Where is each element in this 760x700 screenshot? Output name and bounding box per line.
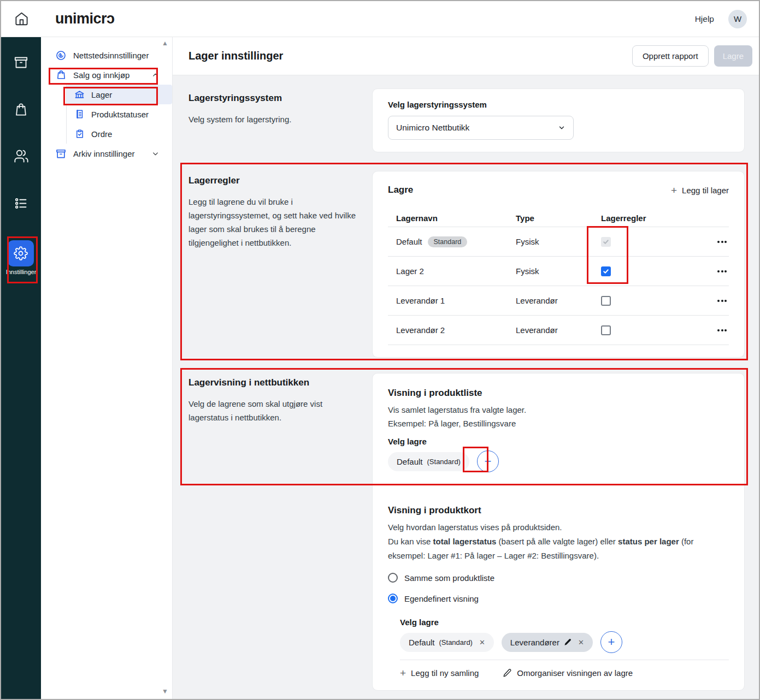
add-lager-circle-button[interactable]: + <box>477 450 499 472</box>
warehouse-icon <box>74 90 85 100</box>
visning-card: Visning i produktliste Vis samlet lagers… <box>372 373 745 691</box>
lagerregler-checkbox[interactable] <box>601 266 611 276</box>
radio-icon <box>388 573 398 583</box>
page-title: Lager innstillinger <box>188 50 283 62</box>
pencil-icon <box>503 668 512 678</box>
produktliste-heading: Visning i produktliste <box>388 388 729 399</box>
table-row: Leverandør 2 Leverandør <box>388 316 729 345</box>
radio-selected-icon <box>388 594 398 603</box>
save-button[interactable]: Lagre <box>714 45 752 67</box>
customers-icon[interactable] <box>10 145 32 167</box>
section-title: Lagerregler <box>188 175 364 186</box>
salg-submenu: Lager Produktstatuser Ordre <box>66 85 172 144</box>
select-label: Velg lagerstyringssystem <box>388 100 729 109</box>
plus-icon: + <box>671 185 677 195</box>
sidebar-item-produktstatuser[interactable]: Produktstatuser <box>67 104 172 124</box>
scroll-up-arrow[interactable]: ▲ <box>162 40 168 46</box>
clipboard-check-icon <box>74 129 85 139</box>
icon-rail: Innstillinger <box>1 37 41 699</box>
system-card: Velg lagerstyringssystem Unimicro Nettbu… <box>372 88 745 152</box>
velg-lagre-label: Velg lagre <box>388 437 729 446</box>
page-header: Lager innstillinger Opprett rapport Lagr… <box>173 37 759 75</box>
main-area: Lager innstillinger Opprett rapport Lagr… <box>173 37 759 699</box>
lagerstyringssystem-select[interactable]: Unimicro Nettbutikk <box>388 116 574 140</box>
row-actions-button[interactable] <box>704 270 729 272</box>
unimicro-logo: unimicrɔ <box>55 10 115 27</box>
home-button[interactable] <box>11 9 32 29</box>
user-avatar[interactable]: W <box>728 10 747 28</box>
lagre-table: Lagernavn Type Lagerregler Default Stand… <box>388 210 729 345</box>
lager-chip: Default (Standard) <box>388 452 469 471</box>
section-title: Lagerstyringssystem <box>188 93 364 104</box>
section-desc: Velg de lagrene som skal utgjøre vist la… <box>188 397 364 424</box>
settings-nav: Innstillinger <box>6 240 37 275</box>
chevron-down-icon <box>152 150 159 157</box>
lists-icon[interactable] <box>10 192 32 214</box>
archive-icon <box>56 149 66 159</box>
section-lagerregler: Lagerregler Legg til lagrene du vil bruk… <box>188 171 745 358</box>
gear-icon <box>14 246 28 260</box>
home-icon <box>14 11 29 26</box>
lagerregler-checkbox <box>601 237 611 247</box>
add-lager-button[interactable]: + Legg til lager <box>671 185 729 195</box>
reorder-lagre-button[interactable]: Omorganiser visningen av lagre <box>503 668 633 678</box>
edit-chip-icon[interactable] <box>564 638 572 646</box>
row-actions-button[interactable] <box>704 241 729 243</box>
section-lagerstyringssystem: Lagerstyringssystem Velg system for lage… <box>188 88 745 152</box>
table-row: Lager 2 Fysisk <box>388 257 729 286</box>
shopping-bag-icon[interactable] <box>10 98 32 120</box>
sidebar-item-salg-og-innkjop[interactable]: Salg og innkjøp <box>41 65 172 85</box>
add-lager-circle-button[interactable]: + <box>600 631 622 653</box>
topbar: unimicrɔ Hjelp W <box>1 1 759 37</box>
velg-lagre-label: Velg lagre <box>400 618 729 627</box>
settings-button[interactable] <box>8 240 34 266</box>
app-window: unimicrɔ Hjelp W Innstillinger ▲ <box>0 0 760 700</box>
create-report-button[interactable]: Opprett rapport <box>632 45 709 67</box>
section-title: Lagervisning i nettbutikken <box>188 377 364 388</box>
sidebar-item-ordre[interactable]: Ordre <box>67 124 172 144</box>
sidebar-item-arkiv-innstillinger[interactable]: Arkiv innstillinger <box>41 144 172 163</box>
lagerregler-checkbox[interactable] <box>601 325 611 335</box>
add-collection-button[interactable]: + Legg til ny samling <box>400 668 479 678</box>
lagre-card: Lagre + Legg til lager Lagernavn Type La… <box>372 171 745 358</box>
remove-chip-icon[interactable]: ✕ <box>477 639 485 646</box>
produktliste-desc: Vis samlet lagerstatus fra valgte lager.… <box>388 403 729 430</box>
card-heading: Lagre <box>388 185 413 195</box>
settings-content: Lagerstyringssystem Velg system for lage… <box>173 75 759 699</box>
section-desc: Legg til lagrene du vil bruke i lagersty… <box>188 195 364 250</box>
table-header-row: Lagernavn Type Lagerregler <box>388 210 729 227</box>
section-desc: Velg system for lagerstyring. <box>188 112 364 126</box>
radio-egendefinert-visning[interactable]: Egendefinert visning <box>388 594 729 603</box>
settings-subnav: ▲ Nettstedsinnstillinger Salg og innkjøp… <box>41 37 173 699</box>
lager-chip: Default (Standard) ✕ <box>400 633 494 652</box>
scroll-down-arrow[interactable]: ▼ <box>162 688 168 695</box>
standard-badge: Standard <box>428 236 468 247</box>
settings-label: Innstillinger <box>6 269 37 275</box>
section-lagervisning: Lagervisning i nettbutikken Velg de lagr… <box>188 373 745 691</box>
row-actions-button[interactable] <box>704 300 729 302</box>
produktkort-heading: Visning i produktkort <box>388 505 729 516</box>
radio-samme-som-produktliste[interactable]: Samme som produktliste <box>388 573 729 583</box>
remove-chip-icon[interactable]: ✕ <box>576 639 584 646</box>
globe-icon <box>56 50 66 61</box>
table-row: Default Standard Fysisk <box>388 227 729 257</box>
lager-collection-chip: Leverandører ✕ <box>502 633 593 652</box>
orders-box-icon[interactable] <box>10 51 32 73</box>
document-list-icon <box>74 109 85 119</box>
help-link[interactable]: Hjelp <box>695 14 714 24</box>
table-row: Leverandør 1 Leverandør <box>388 286 729 316</box>
produktkort-desc: Velg hvordan lagerstatus vises på produk… <box>388 520 729 563</box>
shopping-bag-icon <box>56 70 66 80</box>
row-actions-button[interactable] <box>704 329 729 331</box>
sidebar-item-lager[interactable]: Lager <box>67 85 172 104</box>
plus-icon: + <box>400 668 406 678</box>
chevron-down-icon <box>558 124 565 132</box>
lagerregler-checkbox[interactable] <box>601 296 611 306</box>
chevron-up-icon <box>152 72 159 79</box>
sidebar-item-nettstedsinnstillinger[interactable]: Nettstedsinnstillinger <box>41 45 172 65</box>
